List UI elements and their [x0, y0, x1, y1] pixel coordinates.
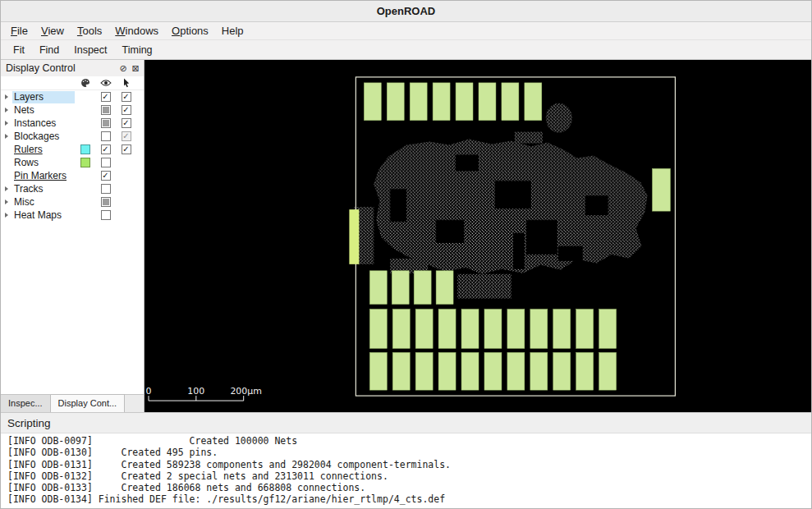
visibility-checkbox[interactable] — [101, 210, 111, 220]
expand-arrow-icon[interactable] — [5, 108, 8, 112]
macro-block[interactable] — [369, 310, 387, 349]
inspect-button[interactable]: Inspect — [68, 42, 112, 58]
macro-block[interactable] — [502, 83, 519, 121]
menu-windows[interactable]: Windows — [108, 22, 165, 39]
macro-block[interactable] — [461, 352, 479, 390]
macro-block[interactable] — [507, 310, 525, 349]
expand-arrow-icon[interactable] — [5, 121, 8, 126]
tree-row-misc[interactable]: Misc — [1, 195, 144, 209]
layout-viewer[interactable]: 0100200μm — [145, 60, 811, 412]
chip-layout-canvas[interactable]: 0100200μm — [145, 60, 811, 412]
visibility-checkbox[interactable] — [101, 158, 111, 167]
color-swatch[interactable] — [80, 158, 90, 167]
visibility-checkbox[interactable]: ✓ — [122, 118, 131, 128]
menu-options[interactable]: Options — [165, 22, 215, 39]
visibility-checkbox[interactable]: ✓ — [122, 131, 131, 141]
macro-block[interactable] — [484, 352, 502, 390]
tree-row-rows[interactable]: Rows — [1, 156, 144, 169]
window-titlebar[interactable]: OpenROAD — [1, 1, 811, 22]
visibility-checkbox[interactable]: ✓ — [101, 171, 111, 181]
tree-label[interactable]: Instances — [12, 117, 75, 130]
macro-block[interactable] — [599, 352, 617, 390]
macro-block[interactable] — [369, 352, 387, 390]
visibility-checkbox[interactable] — [101, 118, 111, 128]
tree-label[interactable]: Misc — [12, 196, 75, 209]
tree-row-heat-maps[interactable]: Heat Maps — [1, 209, 144, 222]
expand-arrow-icon[interactable] — [5, 94, 8, 99]
visibility-checkbox[interactable]: ✓ — [101, 144, 111, 154]
macro-block[interactable] — [414, 271, 431, 305]
macro-block[interactable] — [599, 310, 617, 349]
macro-block[interactable] — [438, 310, 456, 349]
macro-block[interactable] — [349, 209, 359, 264]
visibility-checkbox[interactable]: ✓ — [122, 105, 131, 115]
macro-block[interactable] — [410, 83, 427, 121]
macro-block[interactable] — [576, 310, 594, 349]
macro-block[interactable] — [553, 310, 571, 349]
tree-row-rulers[interactable]: Rulers✓✓ — [1, 143, 144, 156]
tree-label[interactable]: Heat Maps — [12, 209, 75, 222]
tree-row-blockages[interactable]: Blockages✓ — [1, 130, 144, 143]
expand-arrow-icon[interactable] — [5, 186, 8, 191]
macro-block[interactable] — [461, 310, 479, 349]
tree-label[interactable]: Blockages — [12, 131, 75, 143]
menu-file[interactable]: File — [4, 22, 34, 39]
macro-block[interactable] — [369, 271, 387, 305]
macro-block[interactable] — [364, 83, 381, 121]
tree-label[interactable]: Rulers — [12, 144, 75, 156]
macro-block[interactable] — [456, 83, 473, 121]
tree-label[interactable]: Layers — [12, 91, 75, 103]
tree-row-layers[interactable]: Layers✓✓ — [1, 90, 144, 103]
macro-block[interactable] — [530, 352, 548, 390]
visibility-checkbox[interactable]: ✓ — [101, 92, 111, 102]
close-button[interactable]: ⊠ — [130, 62, 141, 74]
tree-label[interactable]: Rows — [12, 157, 75, 169]
undock-button[interactable]: ⊘ — [117, 62, 129, 74]
macro-block[interactable] — [415, 352, 433, 390]
log-line: [INFO ODB-0131] Created 589238 component… — [7, 459, 811, 470]
tree-row-nets[interactable]: Nets✓ — [1, 103, 144, 117]
color-swatch[interactable] — [80, 144, 90, 154]
expand-arrow-icon[interactable] — [5, 199, 8, 204]
tree-label[interactable]: Nets — [12, 104, 75, 117]
macro-block[interactable] — [507, 352, 525, 390]
expand-arrow-icon[interactable] — [5, 134, 8, 139]
macro-block[interactable] — [438, 352, 456, 390]
menu-view[interactable]: View — [34, 22, 71, 39]
macro-block[interactable] — [392, 310, 410, 349]
visibility-checkbox[interactable] — [101, 184, 111, 194]
macro-block[interactable] — [484, 310, 502, 349]
tab-display-control[interactable]: Display Cont... — [51, 394, 126, 412]
macro-block[interactable] — [652, 168, 670, 211]
visibility-checkbox[interactable]: ✓ — [122, 144, 131, 154]
macro-block[interactable] — [433, 83, 450, 121]
macro-block[interactable] — [415, 310, 433, 349]
visibility-checkbox[interactable] — [101, 105, 111, 115]
macro-block[interactable] — [530, 310, 548, 349]
macro-block[interactable] — [392, 271, 409, 305]
macro-block[interactable] — [436, 271, 453, 305]
menu-help[interactable]: Help — [215, 22, 250, 39]
tree-row-instances[interactable]: Instances✓ — [1, 117, 144, 130]
tree-label[interactable]: Tracks — [12, 183, 75, 195]
visibility-checkbox[interactable]: ✓ — [122, 92, 131, 102]
scripting-log[interactable]: [INFO ODB-0097] Created 100000 Nets[INFO… — [1, 433, 811, 508]
macro-block[interactable] — [387, 83, 404, 121]
menu-tools[interactable]: Tools — [71, 22, 108, 39]
macro-block[interactable] — [479, 83, 496, 121]
fit-button[interactable]: Fit — [7, 42, 30, 58]
macro-block[interactable] — [576, 352, 594, 390]
tree-label[interactable]: Pin Markers — [12, 170, 75, 182]
tree-row-tracks[interactable]: Tracks — [1, 182, 144, 195]
macro-block[interactable] — [525, 83, 542, 121]
find-button[interactable]: Find — [34, 42, 65, 58]
tab-inspector[interactable]: Inspec... — [1, 395, 51, 412]
macro-block[interactable] — [553, 352, 571, 390]
log-line: [INFO ODB-0133] Created 186068 nets and … — [7, 482, 811, 493]
expand-arrow-icon[interactable] — [5, 213, 8, 218]
visibility-checkbox[interactable] — [101, 131, 111, 141]
tree-row-pin-markers[interactable]: Pin Markers✓ — [1, 169, 144, 182]
macro-block[interactable] — [392, 352, 410, 390]
timing-button[interactable]: Timing — [117, 42, 158, 58]
visibility-checkbox[interactable] — [101, 197, 111, 207]
